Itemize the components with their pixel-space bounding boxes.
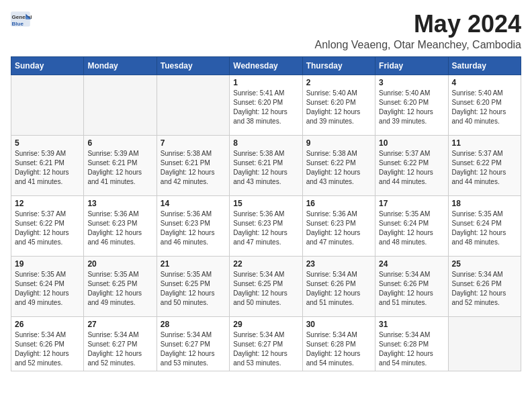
table-cell: 17Sunrise: 5:35 AM Sunset: 6:24 PM Dayli… [375, 195, 448, 256]
day-info: Sunrise: 5:40 AM Sunset: 6:20 PM Dayligh… [452, 89, 517, 126]
day-info: Sunrise: 5:38 AM Sunset: 6:22 PM Dayligh… [306, 149, 371, 187]
table-cell: 29Sunrise: 5:34 AM Sunset: 6:27 PM Dayli… [230, 316, 302, 371]
day-number: 4 [452, 78, 517, 87]
table-cell [11, 75, 84, 135]
day-number: 30 [306, 320, 371, 329]
day-number: 2 [306, 78, 371, 87]
table-cell: 21Sunrise: 5:35 AM Sunset: 6:25 PM Dayli… [157, 256, 229, 316]
table-cell: 28Sunrise: 5:34 AM Sunset: 6:27 PM Dayli… [157, 316, 229, 371]
day-number: 17 [379, 199, 444, 208]
day-number: 18 [452, 199, 517, 208]
table-cell: 15Sunrise: 5:36 AM Sunset: 6:23 PM Dayli… [230, 195, 302, 256]
day-info: Sunrise: 5:39 AM Sunset: 6:21 PM Dayligh… [87, 149, 152, 187]
header-wednesday: Wednesday [230, 56, 302, 75]
table-cell: 4Sunrise: 5:40 AM Sunset: 6:20 PM Daylig… [448, 75, 521, 135]
day-info: Sunrise: 5:36 AM Sunset: 6:23 PM Dayligh… [161, 210, 226, 247]
day-info: Sunrise: 5:35 AM Sunset: 6:25 PM Dayligh… [161, 270, 226, 308]
day-number: 23 [306, 259, 371, 269]
table-cell: 30Sunrise: 5:34 AM Sunset: 6:28 PM Dayli… [302, 316, 375, 371]
day-info: Sunrise: 5:34 AM Sunset: 6:26 PM Dayligh… [452, 270, 517, 308]
table-cell: 6Sunrise: 5:39 AM Sunset: 6:21 PM Daylig… [84, 135, 157, 195]
day-number: 25 [452, 259, 517, 269]
calendar-table: Sunday Monday Tuesday Wednesday Thursday… [11, 56, 521, 371]
table-cell [448, 316, 521, 371]
table-cell: 31Sunrise: 5:34 AM Sunset: 6:28 PM Dayli… [375, 316, 448, 371]
table-cell: 11Sunrise: 5:37 AM Sunset: 6:22 PM Dayli… [448, 135, 521, 195]
table-cell: 23Sunrise: 5:34 AM Sunset: 6:26 PM Dayli… [302, 256, 375, 316]
day-info: Sunrise: 5:34 AM Sunset: 6:28 PM Dayligh… [306, 330, 371, 368]
title-section: May 2024 Anlong Veaeng, Otar Meanchey, C… [315, 11, 521, 51]
table-cell: 9Sunrise: 5:38 AM Sunset: 6:22 PM Daylig… [302, 135, 375, 195]
day-number: 24 [379, 259, 444, 269]
day-number: 11 [452, 138, 517, 148]
day-info: Sunrise: 5:36 AM Sunset: 6:23 PM Dayligh… [233, 210, 298, 247]
day-info: Sunrise: 5:38 AM Sunset: 6:21 PM Dayligh… [233, 149, 298, 187]
day-info: Sunrise: 5:35 AM Sunset: 6:24 PM Dayligh… [15, 270, 80, 308]
day-number: 19 [15, 259, 80, 269]
day-info: Sunrise: 5:34 AM Sunset: 6:27 PM Dayligh… [233, 330, 298, 368]
table-cell: 24Sunrise: 5:34 AM Sunset: 6:26 PM Dayli… [375, 256, 448, 316]
table-cell: 10Sunrise: 5:37 AM Sunset: 6:22 PM Dayli… [375, 135, 448, 195]
table-cell [157, 75, 229, 135]
table-cell: 27Sunrise: 5:34 AM Sunset: 6:27 PM Dayli… [84, 316, 157, 371]
header-thursday: Thursday [302, 56, 375, 75]
day-number: 15 [233, 199, 298, 208]
table-cell: 20Sunrise: 5:35 AM Sunset: 6:25 PM Dayli… [84, 256, 157, 316]
day-number: 14 [161, 199, 226, 208]
day-info: Sunrise: 5:38 AM Sunset: 6:21 PM Dayligh… [161, 149, 226, 187]
logo: General Blue [11, 11, 32, 30]
day-number: 27 [87, 320, 152, 329]
day-info: Sunrise: 5:34 AM Sunset: 6:25 PM Dayligh… [233, 270, 298, 308]
location-subtitle: Anlong Veaeng, Otar Meanchey, Cambodia [315, 39, 521, 51]
day-number: 16 [306, 199, 371, 208]
day-info: Sunrise: 5:37 AM Sunset: 6:22 PM Dayligh… [15, 210, 80, 247]
day-number: 8 [233, 138, 298, 148]
day-info: Sunrise: 5:36 AM Sunset: 6:23 PM Dayligh… [87, 210, 152, 247]
day-number: 31 [379, 320, 444, 329]
day-number: 12 [15, 199, 80, 208]
day-number: 28 [161, 320, 226, 329]
day-info: Sunrise: 5:35 AM Sunset: 6:24 PM Dayligh… [379, 210, 444, 247]
table-cell: 1Sunrise: 5:41 AM Sunset: 6:20 PM Daylig… [230, 75, 302, 135]
day-info: Sunrise: 5:39 AM Sunset: 6:21 PM Dayligh… [15, 149, 80, 187]
day-number: 6 [87, 138, 152, 148]
svg-text:Blue: Blue [12, 21, 24, 27]
day-info: Sunrise: 5:34 AM Sunset: 6:27 PM Dayligh… [87, 330, 152, 368]
table-cell: 5Sunrise: 5:39 AM Sunset: 6:21 PM Daylig… [11, 135, 84, 195]
day-number: 3 [379, 78, 444, 87]
day-number: 9 [306, 138, 371, 148]
day-number: 20 [87, 259, 152, 269]
day-info: Sunrise: 5:34 AM Sunset: 6:26 PM Dayligh… [379, 270, 444, 308]
weekday-header-row: Sunday Monday Tuesday Wednesday Thursday… [11, 56, 521, 75]
table-cell: 12Sunrise: 5:37 AM Sunset: 6:22 PM Dayli… [11, 195, 84, 256]
table-cell: 18Sunrise: 5:35 AM Sunset: 6:24 PM Dayli… [448, 195, 521, 256]
day-info: Sunrise: 5:40 AM Sunset: 6:20 PM Dayligh… [379, 89, 444, 126]
day-number: 22 [233, 259, 298, 269]
day-number: 1 [233, 78, 298, 87]
table-cell [84, 75, 157, 135]
header: General Blue May 2024 Anlong Veaeng, Ota… [11, 11, 521, 51]
table-cell: 14Sunrise: 5:36 AM Sunset: 6:23 PM Dayli… [157, 195, 229, 256]
header-monday: Monday [84, 56, 157, 75]
day-number: 5 [15, 138, 80, 148]
table-cell: 25Sunrise: 5:34 AM Sunset: 6:26 PM Dayli… [448, 256, 521, 316]
table-cell: 2Sunrise: 5:40 AM Sunset: 6:20 PM Daylig… [302, 75, 375, 135]
table-cell: 16Sunrise: 5:36 AM Sunset: 6:23 PM Dayli… [302, 195, 375, 256]
logo-icon: General Blue [11, 11, 32, 30]
header-sunday: Sunday [11, 56, 84, 75]
day-number: 7 [161, 138, 226, 148]
day-number: 29 [233, 320, 298, 329]
table-cell: 7Sunrise: 5:38 AM Sunset: 6:21 PM Daylig… [157, 135, 229, 195]
month-year-title: May 2024 [315, 11, 521, 38]
day-number: 26 [15, 320, 80, 329]
header-friday: Friday [375, 56, 448, 75]
day-number: 21 [161, 259, 226, 269]
day-info: Sunrise: 5:34 AM Sunset: 6:26 PM Dayligh… [306, 270, 371, 308]
day-info: Sunrise: 5:40 AM Sunset: 6:20 PM Dayligh… [306, 89, 371, 126]
table-cell: 22Sunrise: 5:34 AM Sunset: 6:25 PM Dayli… [230, 256, 302, 316]
day-info: Sunrise: 5:37 AM Sunset: 6:22 PM Dayligh… [379, 149, 444, 187]
day-info: Sunrise: 5:34 AM Sunset: 6:27 PM Dayligh… [161, 330, 226, 368]
table-cell: 26Sunrise: 5:34 AM Sunset: 6:26 PM Dayli… [11, 316, 84, 371]
day-info: Sunrise: 5:34 AM Sunset: 6:28 PM Dayligh… [379, 330, 444, 368]
day-info: Sunrise: 5:36 AM Sunset: 6:23 PM Dayligh… [306, 210, 371, 247]
